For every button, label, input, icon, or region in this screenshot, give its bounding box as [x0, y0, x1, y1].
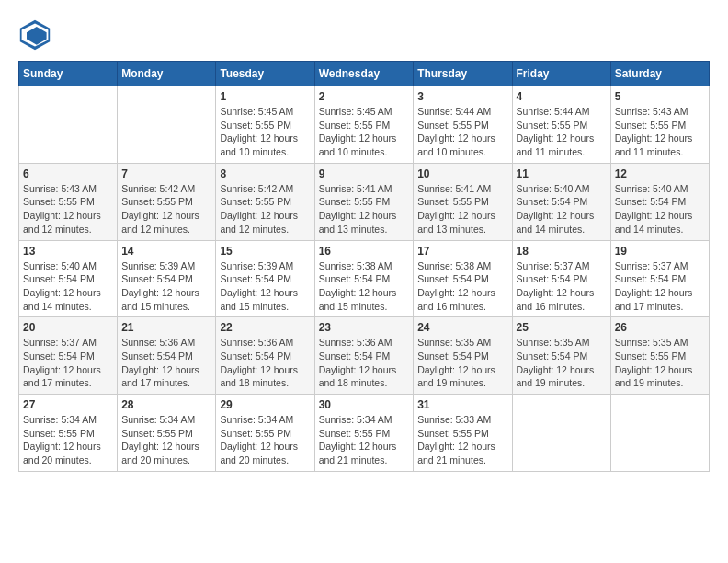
day-number: 7	[121, 167, 211, 180]
day-number: 15	[220, 245, 310, 258]
calendar-cell	[610, 395, 709, 472]
calendar-cell: 31Sunrise: 5:33 AM Sunset: 5:55 PM Dayli…	[414, 395, 512, 472]
calendar-cell: 19Sunrise: 5:37 AM Sunset: 5:54 PM Dayli…	[610, 240, 709, 317]
calendar-cell: 30Sunrise: 5:34 AM Sunset: 5:55 PM Dayli…	[314, 395, 414, 472]
day-number: 10	[417, 167, 507, 180]
day-info: Sunrise: 5:43 AM Sunset: 5:55 PM Dayligh…	[23, 182, 113, 236]
calendar-cell: 20Sunrise: 5:37 AM Sunset: 5:54 PM Dayli…	[19, 317, 118, 395]
week-row-4: 20Sunrise: 5:37 AM Sunset: 5:54 PM Dayli…	[19, 317, 710, 395]
day-info: Sunrise: 5:37 AM Sunset: 5:54 PM Dayligh…	[615, 259, 705, 314]
calendar-cell	[118, 86, 216, 164]
day-info: Sunrise: 5:35 AM Sunset: 5:55 PM Dayligh…	[615, 336, 705, 390]
day-info: Sunrise: 5:39 AM Sunset: 5:54 PM Dayligh…	[220, 259, 310, 314]
day-info: Sunrise: 5:34 AM Sunset: 5:55 PM Dayligh…	[121, 413, 211, 467]
day-number: 29	[220, 398, 310, 411]
calendar-cell	[512, 395, 610, 472]
day-number: 27	[23, 398, 113, 411]
calendar-cell: 29Sunrise: 5:34 AM Sunset: 5:55 PM Dayli…	[216, 395, 314, 472]
header-day-thursday: Thursday	[414, 62, 512, 86]
calendar-cell: 28Sunrise: 5:34 AM Sunset: 5:55 PM Dayli…	[118, 395, 216, 472]
calendar-cell: 12Sunrise: 5:40 AM Sunset: 5:54 PM Dayli…	[610, 163, 709, 240]
day-info: Sunrise: 5:33 AM Sunset: 5:55 PM Dayligh…	[417, 413, 507, 467]
calendar-header: SundayMondayTuesdayWednesdayThursdayFrid…	[19, 62, 710, 86]
logo-icon	[18, 18, 51, 52]
day-number: 3	[417, 90, 507, 103]
day-info: Sunrise: 5:35 AM Sunset: 5:54 PM Dayligh…	[517, 336, 607, 390]
day-info: Sunrise: 5:43 AM Sunset: 5:55 PM Dayligh…	[615, 105, 705, 159]
day-info: Sunrise: 5:40 AM Sunset: 5:54 PM Dayligh…	[517, 182, 607, 236]
calendar-table: SundayMondayTuesdayWednesdayThursdayFrid…	[18, 61, 710, 472]
day-info: Sunrise: 5:37 AM Sunset: 5:54 PM Dayligh…	[23, 336, 113, 390]
calendar-cell: 7Sunrise: 5:42 AM Sunset: 5:55 PM Daylig…	[118, 163, 216, 240]
logo	[18, 18, 55, 52]
day-number: 5	[615, 90, 705, 103]
header-day-sunday: Sunday	[19, 62, 118, 86]
calendar-cell	[19, 86, 118, 164]
day-number: 24	[417, 321, 507, 334]
day-info: Sunrise: 5:40 AM Sunset: 5:54 PM Dayligh…	[615, 182, 705, 236]
day-info: Sunrise: 5:36 AM Sunset: 5:54 PM Dayligh…	[220, 336, 310, 390]
week-row-1: 1Sunrise: 5:45 AM Sunset: 5:55 PM Daylig…	[19, 86, 710, 164]
header-day-saturday: Saturday	[610, 62, 709, 86]
header-day-friday: Friday	[512, 62, 610, 86]
day-info: Sunrise: 5:41 AM Sunset: 5:55 PM Dayligh…	[319, 182, 410, 236]
day-number: 2	[319, 90, 410, 103]
calendar-cell: 2Sunrise: 5:45 AM Sunset: 5:55 PM Daylig…	[314, 86, 414, 164]
calendar-cell: 21Sunrise: 5:36 AM Sunset: 5:54 PM Dayli…	[118, 317, 216, 395]
week-row-3: 13Sunrise: 5:40 AM Sunset: 5:54 PM Dayli…	[19, 240, 710, 317]
week-row-5: 27Sunrise: 5:34 AM Sunset: 5:55 PM Dayli…	[19, 395, 710, 472]
calendar-cell: 26Sunrise: 5:35 AM Sunset: 5:55 PM Dayli…	[610, 317, 709, 395]
day-info: Sunrise: 5:35 AM Sunset: 5:54 PM Dayligh…	[417, 336, 507, 390]
calendar-cell: 1Sunrise: 5:45 AM Sunset: 5:55 PM Daylig…	[216, 86, 314, 164]
day-number: 19	[615, 245, 705, 258]
day-info: Sunrise: 5:44 AM Sunset: 5:55 PM Dayligh…	[517, 105, 607, 159]
calendar-cell: 22Sunrise: 5:36 AM Sunset: 5:54 PM Dayli…	[216, 317, 314, 395]
day-info: Sunrise: 5:38 AM Sunset: 5:54 PM Dayligh…	[319, 259, 410, 314]
day-number: 8	[220, 167, 310, 180]
day-info: Sunrise: 5:38 AM Sunset: 5:54 PM Dayligh…	[417, 259, 507, 314]
day-number: 4	[517, 90, 607, 103]
day-info: Sunrise: 5:40 AM Sunset: 5:54 PM Dayligh…	[23, 259, 113, 314]
calendar-cell: 11Sunrise: 5:40 AM Sunset: 5:54 PM Dayli…	[512, 163, 610, 240]
day-number: 11	[517, 167, 607, 180]
day-info: Sunrise: 5:36 AM Sunset: 5:54 PM Dayligh…	[121, 336, 211, 390]
calendar-cell: 15Sunrise: 5:39 AM Sunset: 5:54 PM Dayli…	[216, 240, 314, 317]
calendar-cell: 27Sunrise: 5:34 AM Sunset: 5:55 PM Dayli…	[19, 395, 118, 472]
day-number: 23	[319, 321, 410, 334]
day-number: 20	[23, 321, 113, 334]
calendar-cell: 5Sunrise: 5:43 AM Sunset: 5:55 PM Daylig…	[610, 86, 709, 164]
day-number: 22	[220, 321, 310, 334]
calendar-cell: 16Sunrise: 5:38 AM Sunset: 5:54 PM Dayli…	[314, 240, 414, 317]
day-info: Sunrise: 5:45 AM Sunset: 5:55 PM Dayligh…	[220, 105, 310, 159]
header-day-wednesday: Wednesday	[314, 62, 414, 86]
day-number: 21	[121, 321, 211, 334]
header-day-monday: Monday	[118, 62, 216, 86]
day-info: Sunrise: 5:34 AM Sunset: 5:55 PM Dayligh…	[220, 413, 310, 467]
day-number: 16	[319, 245, 410, 258]
header-day-tuesday: Tuesday	[216, 62, 314, 86]
day-info: Sunrise: 5:44 AM Sunset: 5:55 PM Dayligh…	[417, 105, 507, 159]
calendar-cell: 25Sunrise: 5:35 AM Sunset: 5:54 PM Dayli…	[512, 317, 610, 395]
day-info: Sunrise: 5:36 AM Sunset: 5:54 PM Dayligh…	[319, 336, 410, 390]
day-info: Sunrise: 5:41 AM Sunset: 5:55 PM Dayligh…	[417, 182, 507, 236]
calendar-cell: 6Sunrise: 5:43 AM Sunset: 5:55 PM Daylig…	[19, 163, 118, 240]
calendar-cell: 24Sunrise: 5:35 AM Sunset: 5:54 PM Dayli…	[414, 317, 512, 395]
header	[18, 18, 710, 52]
day-info: Sunrise: 5:42 AM Sunset: 5:55 PM Dayligh…	[220, 182, 310, 236]
day-number: 28	[121, 398, 211, 411]
day-number: 26	[615, 321, 705, 334]
day-number: 12	[615, 167, 705, 180]
calendar-cell: 4Sunrise: 5:44 AM Sunset: 5:55 PM Daylig…	[512, 86, 610, 164]
calendar-cell: 8Sunrise: 5:42 AM Sunset: 5:55 PM Daylig…	[216, 163, 314, 240]
day-info: Sunrise: 5:39 AM Sunset: 5:54 PM Dayligh…	[121, 259, 211, 314]
day-number: 1	[220, 90, 310, 103]
week-row-2: 6Sunrise: 5:43 AM Sunset: 5:55 PM Daylig…	[19, 163, 710, 240]
day-number: 31	[417, 398, 507, 411]
day-number: 18	[517, 245, 607, 258]
day-number: 30	[319, 398, 410, 411]
day-info: Sunrise: 5:45 AM Sunset: 5:55 PM Dayligh…	[319, 105, 410, 159]
day-info: Sunrise: 5:42 AM Sunset: 5:55 PM Dayligh…	[121, 182, 211, 236]
day-number: 9	[319, 167, 410, 180]
day-number: 14	[121, 245, 211, 258]
day-info: Sunrise: 5:34 AM Sunset: 5:55 PM Dayligh…	[23, 413, 113, 467]
